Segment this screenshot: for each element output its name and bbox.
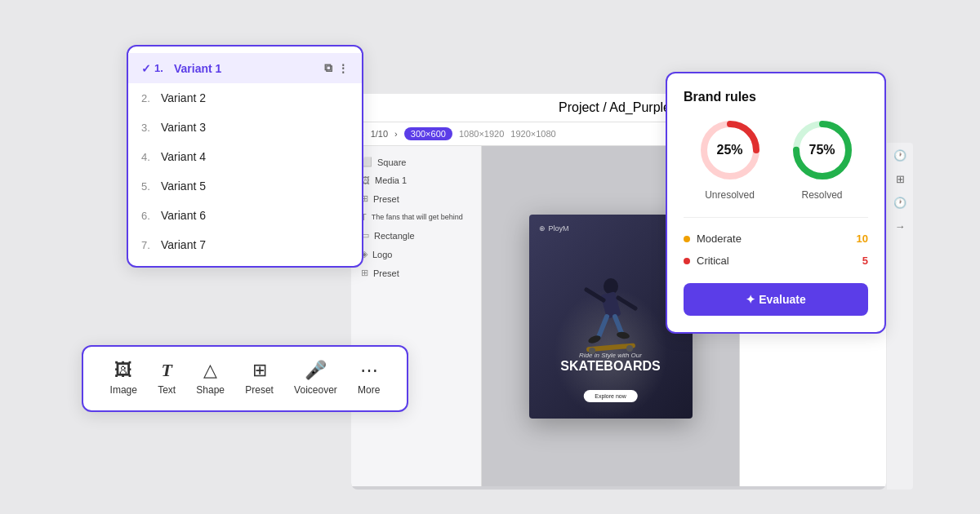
preset-label: Preset: [245, 384, 274, 396]
layer-rect[interactable]: ▭ Rectangle: [351, 226, 481, 245]
size-1920-option[interactable]: 1920×1080: [510, 129, 555, 139]
unresolved-percent: 25%: [716, 143, 742, 157]
toolbar-card: 🖼 Image T Text △ Shape ⊞ Preset 🎤 Voiceo…: [82, 345, 408, 412]
critical-label-group: Critical: [684, 255, 729, 267]
variant-item-4[interactable]: 4. Variant 4: [128, 142, 362, 171]
copy-icon[interactable]: ⧉: [324, 61, 332, 75]
unresolved-circle: 25%: [697, 117, 763, 183]
brand-gauges: 25% Unresolved 75% Resolved: [684, 117, 868, 201]
voiceover-tool[interactable]: 🎤 Voiceover: [287, 358, 344, 399]
critical-dot: [684, 258, 690, 264]
variant-num-3: 3.: [141, 122, 161, 134]
layers-panel: ⬜ Square 🖼 Media 1 ⊞ Preset T The fans t…: [351, 146, 482, 486]
variant-num-6: 6.: [141, 210, 161, 222]
svg-line-9: [615, 317, 621, 333]
voiceover-icon: 🎤: [305, 361, 327, 379]
critical-value: 5: [862, 255, 868, 267]
variant-actions: ⧉ ⋮: [324, 61, 349, 75]
layer-media[interactable]: 🖼 Media 1: [351, 171, 481, 189]
pagination: 1/10: [371, 129, 388, 139]
text-tool[interactable]: T Text: [151, 358, 182, 399]
voiceover-label: Voiceover: [294, 384, 337, 396]
check-icon: ✓: [141, 62, 151, 75]
image-tool[interactable]: 🖼 Image: [104, 358, 144, 399]
layer-square-label: Square: [377, 157, 406, 167]
svg-point-14: [626, 345, 633, 352]
resolved-label: Resolved: [801, 189, 842, 201]
shape-icon: △: [203, 361, 217, 379]
project-path: Project / Ad_Purple: [559, 100, 670, 115]
brand-name: PloyM: [549, 224, 569, 233]
size-1080-option[interactable]: 1080×1920: [459, 129, 504, 139]
moderate-label-group: Moderate: [684, 233, 742, 245]
more-icon[interactable]: ⋮: [337, 62, 349, 75]
variant-item-5[interactable]: 5. Variant 5: [128, 171, 362, 201]
preset-tool[interactable]: ⊞ Preset: [238, 358, 280, 399]
shape-tool[interactable]: △ Shape: [189, 358, 231, 399]
moderate-dot: [684, 236, 690, 242]
svg-rect-5: [600, 291, 621, 319]
moderate-row: Moderate 10: [684, 228, 868, 250]
sidebar-icon-1[interactable]: 🕐: [893, 149, 906, 162]
moderate-label: Moderate: [697, 233, 742, 245]
svg-line-6: [586, 290, 604, 300]
ad-text-block: Ride in Style with Our Skateboards: [529, 352, 693, 374]
sidebar-icon-2[interactable]: ⊞: [896, 173, 905, 185]
variant-label-5: Variant 5: [161, 179, 349, 193]
ad-headline: Skateboards: [529, 359, 693, 374]
variant-num-2: 2.: [141, 92, 161, 104]
more-tool[interactable]: ⋯ More: [351, 358, 386, 399]
variant-item-6[interactable]: 6. Variant 6: [128, 201, 362, 230]
evaluate-button[interactable]: ✦ Evaluate: [684, 283, 868, 316]
variant-label-4: Variant 4: [161, 150, 349, 163]
ad-cta-button: Explore now: [583, 390, 638, 402]
preset-icon: ⊞: [252, 361, 267, 379]
brand-stats: Moderate 10 Critical 5: [684, 217, 868, 272]
variant-label-1: Variant 1: [174, 62, 324, 75]
preset2-icon: ⊞: [361, 268, 368, 278]
layer-logo-label: Logo: [372, 250, 392, 259]
unresolved-gauge: 25% Unresolved: [697, 117, 763, 201]
sidebar-icon-4[interactable]: →: [895, 220, 906, 233]
critical-label: Critical: [697, 255, 729, 267]
variant-label-3: Variant 3: [161, 121, 349, 134]
svg-point-4: [604, 278, 618, 295]
sidebar-icon-3[interactable]: 🕐: [893, 197, 906, 209]
layer-logo[interactable]: ◈ Logo: [351, 245, 481, 264]
variant-num-4: 4.: [141, 151, 161, 163]
layer-square[interactable]: ⬜ Square: [351, 153, 481, 171]
shape-label: Shape: [196, 384, 225, 396]
variant-num-5: 5.: [141, 180, 161, 193]
brand-rules-title: Brand rules: [684, 90, 868, 104]
critical-row: Critical 5: [684, 250, 868, 272]
variant-label-6: Variant 6: [161, 209, 349, 222]
brand-rules-card: Brand rules 25% Unresolved 75% Reso: [666, 72, 886, 334]
layer-text-label: The fans that will get behind: [372, 213, 463, 221]
text-icon: T: [161, 361, 172, 379]
variant-list-card: ✓ 1. Variant 1 ⧉ ⋮ 2. Variant 2 3. Varia…: [127, 45, 363, 268]
unresolved-label: Unresolved: [705, 189, 755, 201]
variant-label-2: Variant 2: [161, 91, 349, 104]
more-icon: ⋯: [360, 361, 378, 379]
resolved-percent: 75%: [808, 143, 835, 157]
image-icon: 🖼: [114, 361, 132, 379]
variant-num-7: 7.: [141, 239, 161, 251]
svg-line-7: [618, 298, 635, 308]
variant-item-3[interactable]: 3. Variant 3: [128, 113, 362, 142]
layer-media-label: Media 1: [375, 175, 407, 185]
variant-item-1[interactable]: ✓ 1. Variant 1 ⧉ ⋮: [128, 53, 362, 83]
size-300-chip[interactable]: 300×600: [404, 127, 452, 140]
resolved-circle: 75%: [790, 117, 855, 183]
layer-preset2-label: Preset: [373, 268, 399, 278]
layer-preset2[interactable]: ⊞ Preset: [351, 264, 481, 282]
layer-text[interactable]: T The fans that will get behind: [351, 208, 481, 226]
moderate-value: 10: [857, 233, 868, 245]
next-page-btn[interactable]: ›: [394, 129, 398, 139]
variant-item-2[interactable]: 2. Variant 2: [128, 83, 362, 113]
variant-item-7[interactable]: 7. Variant 7: [128, 230, 362, 259]
layer-preset[interactable]: ⊞ Preset: [351, 189, 481, 208]
layer-preset-label: Preset: [373, 194, 399, 204]
ad-tagline: Ride in Style with Our: [529, 352, 693, 359]
image-label: Image: [110, 384, 137, 396]
right-sidebar: 🕐 ⊞ 🕐 →: [887, 143, 913, 490]
